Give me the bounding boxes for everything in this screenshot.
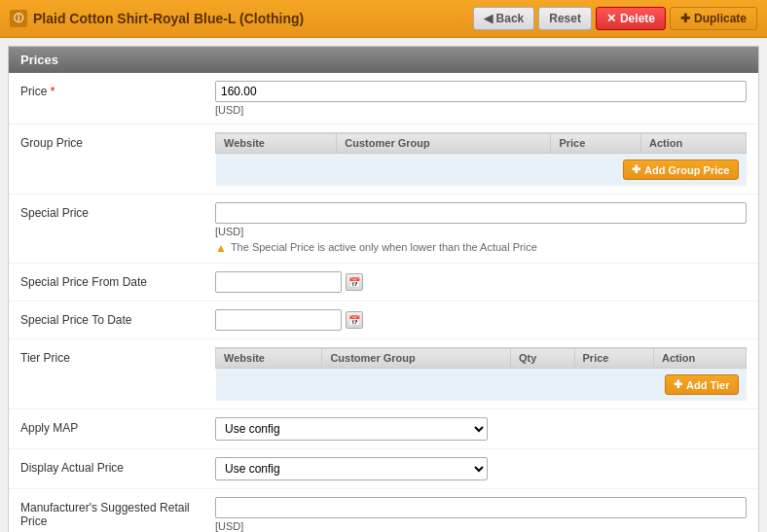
group-price-header-row: Website Customer Group Price Action	[216, 133, 747, 154]
msrp-field: [USD]	[215, 497, 747, 532]
delete-button[interactable]: ✕ Delete	[596, 7, 666, 30]
tier-add-row: ✚ Add Tier	[216, 369, 747, 402]
apply-map-label: Apply MAP	[20, 417, 215, 435]
tier-price-label: Tier Price	[20, 347, 215, 365]
col-website: Website	[216, 133, 337, 154]
group-price-field: Website Customer Group Price Action ✚ Ad…	[215, 132, 747, 186]
special-price-to-input[interactable]	[215, 309, 342, 331]
section-body: Price * [USD] Group Price Website Custom…	[9, 73, 758, 532]
calendar-to-icon[interactable]: 📅	[346, 311, 363, 329]
price-label: Price *	[20, 81, 215, 98]
display-actual-price-select[interactable]: Use config Yes No	[215, 457, 488, 480]
duplicate-button[interactable]: ✚ Duplicate	[670, 7, 757, 30]
add-group-price-cell: ✚ Add Group Price	[216, 154, 747, 187]
price-input[interactable]	[215, 81, 747, 102]
group-price-add-row: ✚ Add Group Price	[216, 154, 747, 187]
special-price-field: [USD] ▲ The Special Price is active only…	[215, 202, 747, 255]
apply-map-select[interactable]: Use config Yes No	[215, 417, 488, 441]
add-tier-cell: ✚ Add Tier	[216, 369, 747, 402]
col-customer-group: Customer Group	[337, 133, 551, 154]
group-price-label: Group Price	[20, 132, 215, 150]
special-price-label: Special Price	[20, 202, 215, 220]
reset-button[interactable]: Reset	[538, 7, 592, 30]
section-title: Prices	[20, 53, 58, 67]
date-from-row: 📅	[215, 271, 747, 293]
special-price-currency: [USD]	[215, 226, 747, 237]
special-price-to-row: Special Price To Date 📅	[9, 301, 758, 339]
tier-col-price: Price	[574, 348, 653, 369]
price-row: Price * [USD]	[9, 73, 758, 124]
col-price: Price	[551, 133, 641, 154]
back-icon: ◀	[484, 12, 493, 25]
tier-col-qty: Qty	[510, 348, 574, 369]
special-price-to-field: 📅	[215, 309, 747, 331]
special-price-row: Special Price [USD] ▲ The Special Price …	[9, 195, 758, 264]
apply-map-field: Use config Yes No	[215, 417, 747, 441]
warning-icon: ▲	[215, 241, 227, 255]
required-indicator: *	[51, 85, 55, 98]
page-title: Plaid Cotton Shirt-Royal Blue-L (Clothin…	[33, 11, 304, 26]
add-icon: ✚	[632, 163, 640, 176]
section-header: Prices	[9, 47, 758, 73]
price-field: [USD]	[215, 81, 747, 116]
special-price-from-label: Special Price From Date	[20, 271, 215, 289]
display-actual-price-label: Display Actual Price	[20, 457, 215, 475]
page-header: ⓘ Plaid Cotton Shirt-Royal Blue-L (Cloth…	[0, 0, 767, 38]
special-price-to-label: Special Price To Date	[20, 309, 215, 327]
msrp-label: Manufacturer's Suggested Retail Price	[20, 497, 215, 528]
display-actual-price-row: Display Actual Price Use config Yes No	[9, 449, 758, 489]
date-to-row: 📅	[215, 309, 747, 331]
col-action: Action	[640, 133, 746, 154]
page-title-container: ⓘ Plaid Cotton Shirt-Royal Blue-L (Cloth…	[10, 10, 304, 27]
product-icon: ⓘ	[10, 10, 27, 27]
special-price-from-field: 📅	[215, 271, 747, 293]
msrp-currency: [USD]	[215, 520, 747, 532]
special-price-from-input[interactable]	[215, 271, 342, 293]
apply-map-row: Apply MAP Use config Yes No	[9, 409, 758, 449]
special-price-input[interactable]	[215, 202, 747, 224]
msrp-row: Manufacturer's Suggested Retail Price [U…	[9, 489, 758, 532]
prices-section: Prices Price * [USD] Group Price Website	[8, 46, 759, 532]
plus-icon: ✚	[680, 12, 690, 25]
display-actual-price-field: Use config Yes No	[215, 457, 747, 480]
tier-price-row: Tier Price Website Customer Group Qty Pr…	[9, 339, 758, 409]
add-group-price-button[interactable]: ✚ Add Group Price	[623, 160, 738, 180]
calendar-from-icon[interactable]: 📅	[346, 273, 363, 291]
group-price-row: Group Price Website Customer Group Price…	[9, 124, 758, 195]
add-tier-icon: ✚	[674, 378, 682, 391]
add-tier-button[interactable]: ✚ Add Tier	[665, 374, 738, 395]
special-price-warning: ▲ The Special Price is active only when …	[215, 241, 747, 255]
back-button[interactable]: ◀ Back	[473, 7, 535, 30]
tier-col-action: Action	[653, 348, 746, 369]
tier-price-table: Website Customer Group Qty Price Action …	[215, 347, 747, 401]
tier-col-customer-group: Customer Group	[322, 348, 511, 369]
tier-header-row: Website Customer Group Qty Price Action	[216, 348, 747, 369]
group-price-table: Website Customer Group Price Action ✚ Ad…	[215, 132, 747, 186]
price-currency: [USD]	[215, 104, 747, 116]
delete-icon: ✕	[606, 12, 616, 25]
tier-col-website: Website	[216, 348, 322, 369]
tier-price-field: Website Customer Group Qty Price Action …	[215, 347, 747, 401]
msrp-input[interactable]	[215, 497, 747, 518]
special-price-from-row: Special Price From Date 📅	[9, 264, 758, 301]
header-actions: ◀ Back Reset ✕ Delete ✚ Duplicate	[473, 7, 757, 30]
